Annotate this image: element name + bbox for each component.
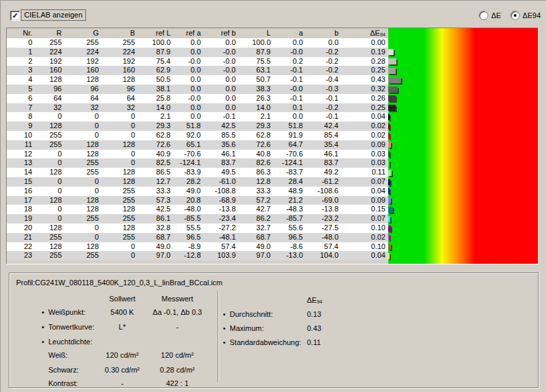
table-cell: 82.5 <box>138 158 173 168</box>
table-cell: 50.5 <box>138 75 173 85</box>
radio-icon[interactable] <box>479 11 488 20</box>
table-cell: 49.5 <box>203 168 238 177</box>
table-row: 22128128049.0-8.957.449.0-8.657.40.10 <box>7 242 388 252</box>
table-cell: -0.0 <box>203 48 238 57</box>
table-cell: 160 <box>101 66 138 75</box>
table-cell: 29.3 <box>238 121 273 131</box>
table-cell: 0.25 <box>341 103 388 113</box>
table-cell: 192 <box>35 57 64 66</box>
table-cell: 0.09 <box>341 196 388 205</box>
bullet-icon: • <box>223 324 226 332</box>
table-cell: 0 <box>101 112 138 121</box>
cielab-checkbox[interactable]: ✓ <box>10 11 20 21</box>
table-row: 18012812842.5-48.0-13.842.7-48.3-13.80.1… <box>7 205 388 214</box>
table-cell: 72.6 <box>138 140 173 150</box>
table-cell: -13.8 <box>203 205 238 214</box>
table-cell: 255 <box>35 233 64 242</box>
column-header: G <box>64 28 101 38</box>
table-cell: 0 <box>35 187 64 196</box>
messwert-value: 422 : 1 <box>166 379 189 387</box>
table-cell: -70.6 <box>173 150 203 159</box>
table-cell: 14 <box>7 168 35 177</box>
table-cell: 128 <box>101 205 138 214</box>
radio-label[interactable]: ΔE94 <box>522 11 541 19</box>
table-row: 20128012832.855.5-27.232.755.6-27.50.10 <box>7 224 388 233</box>
bullet-icon: • <box>42 323 44 331</box>
radio-delta-e94[interactable]: ΔE94 <box>510 11 541 20</box>
table-row: 122422422487.90.0-0.087.9-0.0-0.20.19 <box>7 48 388 57</box>
table-cell: 224 <box>101 48 138 57</box>
table-cell: 0.03 <box>341 158 388 168</box>
table-cell: 49.2 <box>306 168 341 177</box>
table-cell: 26.3 <box>238 94 273 103</box>
bullet-icon: • <box>42 338 44 346</box>
radio-delta-e[interactable]: ΔE <box>479 11 501 20</box>
table-cell: 35.6 <box>203 140 238 150</box>
table-cell: 255 <box>64 251 101 260</box>
column-header: ref b <box>203 28 238 38</box>
table-cell: 128 <box>101 177 138 187</box>
summary-label: Kontrast: <box>48 379 78 387</box>
table-cell: 0.04 <box>341 251 388 260</box>
table-cell: -13.0 <box>273 251 306 260</box>
table-cell: 2.1 <box>238 112 273 121</box>
table-cell: -23.4 <box>203 214 238 224</box>
table-cell: 0.25 <box>341 66 388 75</box>
table-cell: -8.9 <box>173 242 203 252</box>
table-cell: 0.0 <box>173 85 203 94</box>
bullet-icon: • <box>223 338 226 346</box>
table-row: 150012812.728.2-61.012.828.4-61.20.07 <box>7 177 388 187</box>
table-cell: 50.7 <box>238 75 273 85</box>
table-cell: 75.5 <box>238 57 273 66</box>
table-cell: 49.0 <box>138 242 173 252</box>
messwert-header: Messwert <box>161 295 193 303</box>
table-cell: 62.8 <box>238 131 273 140</box>
table-cell: 0.0 <box>173 103 203 113</box>
table-cell: -0.0 <box>173 94 203 103</box>
table-cell: 0 <box>64 112 101 121</box>
table-cell: 0 <box>64 131 101 140</box>
table-cell: 68.7 <box>238 233 273 242</box>
table-cell: -0.2 <box>306 66 341 75</box>
table-cell: 0.0 <box>273 112 306 121</box>
table-cell: 17 <box>7 196 35 205</box>
table-cell: 128 <box>101 75 138 85</box>
table-cell: 51.8 <box>173 121 203 131</box>
table-cell: 2.1 <box>138 112 173 121</box>
table-cell: 85.4 <box>306 131 341 140</box>
table-cell: 0.0 <box>173 75 203 85</box>
table-cell: 0.0 <box>306 38 341 48</box>
delta-e-bar <box>388 188 390 194</box>
profil-label: Profil: <box>16 279 35 287</box>
table-cell: -0.2 <box>306 103 341 113</box>
table-cell: 0.07 <box>341 177 388 187</box>
table-cell: 42.4 <box>306 121 341 131</box>
measurement-table-panel: Nr.RGBref Lref aref bLabΔE94025525525510… <box>6 28 539 264</box>
table-cell: 0.00 <box>341 38 388 48</box>
table-cell: 20 <box>7 224 35 233</box>
table-cell: 0 <box>64 187 101 196</box>
table-cell: 75.4 <box>138 57 173 66</box>
table-row: 219219219275.4-0.0-0.075.50.2-0.20.28 <box>7 57 388 66</box>
table-cell: 103.9 <box>203 251 238 260</box>
radio-label[interactable]: ΔE <box>491 11 501 19</box>
table-cell: 0 <box>35 150 64 159</box>
sollwert-value: 5400 K <box>111 308 134 316</box>
table-cell: -0.1 <box>203 112 238 121</box>
table-cell: 0.04 <box>341 112 388 121</box>
table-cell: 0 <box>101 158 138 168</box>
radio-icon[interactable] <box>510 11 520 20</box>
table-cell: 32 <box>101 103 138 113</box>
table-cell: 0 <box>35 112 64 121</box>
table-cell: 65.1 <box>173 140 203 150</box>
table-cell: 128 <box>35 242 64 252</box>
cielab-checkbox-label[interactable]: CIELAB anzeigen <box>21 9 86 21</box>
table-cell: -0.1 <box>273 75 306 85</box>
table-cell: 92.0 <box>173 131 203 140</box>
messwert-value: Δa -0.1, Δb 0.3 <box>152 308 201 316</box>
table-cell: 86.3 <box>238 168 273 177</box>
table-cell: -0.2 <box>306 48 341 57</box>
table-row: 596969638.10.00.038.3-0.0-0.30.32 <box>7 85 388 94</box>
summary-label: Schwarz: <box>48 366 79 374</box>
table-row: 316016016062.90.0-0.063.1-0.1-0.20.25 <box>7 66 388 75</box>
